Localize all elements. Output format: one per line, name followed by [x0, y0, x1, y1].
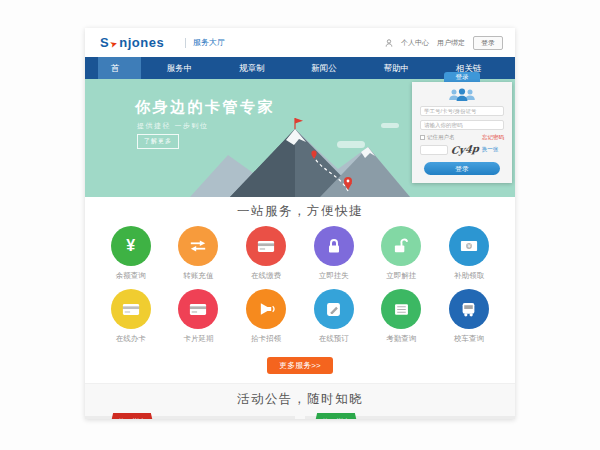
bank-card-icon — [189, 303, 207, 316]
login-tab[interactable]: 登录 — [444, 72, 480, 82]
login-submit-button[interactable]: 登录 — [424, 162, 500, 175]
bank-card-icon — [122, 303, 140, 316]
header-links: 个人中心 用户绑定 登录 — [385, 36, 503, 50]
forgot-password-link[interactable]: 忘记密码 — [482, 134, 504, 141]
nav-item-rules[interactable]: 规章制度 — [226, 57, 285, 79]
service-tile-subsidy[interactable]: ¥ 补助领取 — [435, 226, 503, 281]
captcha-input[interactable] — [420, 145, 448, 155]
bus-icon — [461, 302, 476, 317]
service-tile-attendance[interactable]: 考勤查询 — [368, 289, 436, 344]
nav-item-home[interactable]: 首页 — [98, 57, 141, 79]
announcements-section: 活动公告，随时知晓 使用指南 最新公告 更多>> 使用指南 更多>> — [85, 383, 515, 419]
password-input[interactable] — [420, 120, 504, 130]
captcha-image: Cy4p — [450, 143, 479, 156]
service-tile-school-bus[interactable]: 校车查询 — [435, 289, 503, 344]
hero-headline: 你身边的卡管专家 — [135, 98, 275, 117]
user-bind-link[interactable]: 用户绑定 — [437, 38, 465, 48]
hero-cta-button[interactable]: 了解更多 — [137, 134, 179, 149]
guide-ribbon-red[interactable]: 使用指南 — [109, 413, 155, 419]
users-group-icon — [447, 87, 477, 102]
service-tile-report-loss[interactable]: 立即挂失 — [300, 226, 368, 281]
login-panel: 登录 记住用户名 忘记密码 Cy4p 换一张 — [412, 72, 512, 183]
transfer-arrows-icon — [189, 239, 207, 253]
username-input[interactable] — [420, 106, 504, 116]
guide-ribbon-green[interactable]: 使用指南 — [313, 413, 359, 419]
logo-arrow-icon: ➤ — [109, 38, 120, 50]
announcement-panel-left: 使用指南 最新公告 更多>> — [85, 416, 295, 419]
login-form: 记住用户名 忘记密码 Cy4p 换一张 登录 — [412, 82, 512, 183]
account-link[interactable]: 个人中心 — [401, 38, 429, 48]
captcha-refresh-link[interactable]: 换一张 — [482, 146, 499, 153]
more-services-button[interactable]: 更多服务>> — [267, 357, 332, 374]
service-tile-pay[interactable]: 在线缴费 — [232, 226, 300, 281]
captcha-row: Cy4p 换一张 — [420, 144, 504, 155]
service-tile-booking[interactable]: 在线预订 — [300, 289, 368, 344]
service-tile-found-card[interactable]: 拾卡招领 — [232, 289, 300, 344]
list-icon — [394, 303, 409, 316]
announcement-panel-right: 使用指南 更多>> — [305, 416, 515, 419]
header-login-button[interactable]: 登录 — [473, 36, 503, 50]
service-tile-card-extension[interactable]: 卡片延期 — [165, 289, 233, 344]
logo-text-suffix: njones — [119, 35, 164, 50]
bank-card-icon — [257, 240, 275, 253]
site-tagline: 服务大厅 — [185, 38, 225, 48]
header: S➤njones 服务大厅 个人中心 用户绑定 登录 — [85, 28, 515, 57]
megaphone-icon — [258, 302, 275, 316]
synjones-logo[interactable]: S➤njones — [100, 35, 164, 50]
services-grid: ¥ 余额查询 转账充值 在线缴费 — [85, 219, 515, 352]
mountains-illustration — [190, 115, 410, 197]
portal-page: S➤njones 服务大厅 个人中心 用户绑定 登录 首页 服务中心 规章制度 … — [85, 28, 515, 419]
announcements-title: 活动公告，随时知晓 — [85, 391, 515, 407]
nav-item-news[interactable]: 新闻公告 — [298, 57, 357, 79]
yen-icon: ¥ — [126, 238, 135, 254]
logo-text-prefix: S — [100, 35, 109, 50]
unlock-icon — [393, 238, 410, 254]
remember-checkbox[interactable] — [420, 135, 425, 140]
banknote-icon: ¥ — [460, 240, 478, 252]
latest-announcements-heading: 最新公告 — [165, 419, 195, 420]
services-section-title: 一站服务，方便快捷 — [85, 203, 515, 219]
service-tile-unfreeze[interactable]: 立即解挂 — [368, 226, 436, 281]
edit-icon — [326, 302, 341, 317]
nav-item-service-center[interactable]: 服务中心 — [154, 57, 213, 79]
remember-label: 记住用户名 — [427, 134, 455, 141]
svg-text:¥: ¥ — [467, 243, 471, 249]
remember-row: 记住用户名 忘记密码 — [420, 134, 504, 141]
service-tile-apply-card[interactable]: 在线办卡 — [97, 289, 165, 344]
service-tile-transfer[interactable]: 转账充值 — [165, 226, 233, 281]
user-icon — [385, 39, 393, 47]
hero-subline: 提供捷径 一步到位 — [137, 121, 208, 131]
lock-icon — [327, 238, 341, 254]
service-tile-balance[interactable]: ¥ 余额查询 — [97, 226, 165, 281]
